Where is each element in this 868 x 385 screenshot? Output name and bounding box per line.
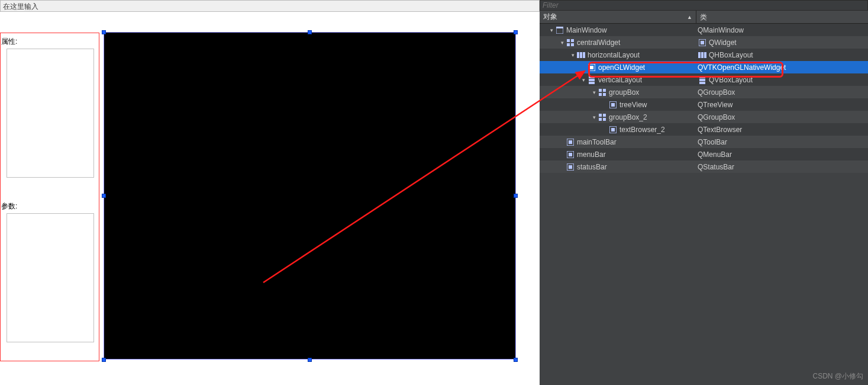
resize-handle-n[interactable]: [308, 30, 312, 34]
hlayout-icon: [698, 51, 707, 59]
tree-row[interactable]: treeViewQTreeView: [540, 98, 868, 111]
svg-rect-27: [611, 103, 615, 107]
svg-rect-8: [577, 52, 579, 58]
svg-rect-20: [699, 79, 705, 81]
tree-row[interactable]: ▾groupBox_2QGroupBox: [540, 111, 868, 123]
svg-rect-39: [569, 165, 572, 169]
widget-icon: [566, 138, 575, 146]
tree-expander-icon[interactable]: ▾: [548, 27, 555, 33]
groupbox-params[interactable]: [7, 213, 94, 342]
class-name: QGroupBox: [698, 113, 735, 121]
tree-cell-class: QTreeView: [696, 101, 868, 109]
svg-rect-2: [567, 39, 570, 42]
svg-rect-30: [599, 118, 602, 121]
opengl-widget[interactable]: [104, 32, 516, 360]
groupbox-params-label: 参数:: [1, 201, 17, 211]
class-name: QMainWindow: [698, 26, 744, 34]
tree-row[interactable]: menuBarQMenuBar: [540, 148, 868, 161]
tree-row[interactable]: ▾horizontalLayoutQHBoxLayout: [540, 49, 868, 61]
tree-cell-class: QGroupBox: [696, 113, 868, 121]
tree-row[interactable]: ▾MainWindowQMainWindow: [540, 24, 868, 36]
class-name: QVBoxLayout: [709, 76, 753, 84]
tree-row[interactable]: textBrowser_2QTextBrowser: [540, 123, 868, 136]
resize-handle-nw[interactable]: [102, 30, 106, 34]
tree-cell-class: QTextBrowser: [696, 126, 868, 134]
svg-rect-4: [567, 43, 570, 46]
tree-cell-class: QHBoxLayout: [696, 51, 868, 59]
svg-rect-35: [569, 140, 572, 144]
svg-rect-25: [603, 93, 606, 96]
tree-cell-object: ▾verticalLayout: [540, 76, 696, 84]
resize-handle-s[interactable]: [308, 358, 312, 362]
header-class[interactable]: 类: [696, 11, 868, 23]
class-name: QHBoxLayout: [709, 51, 753, 59]
tree-expander-icon[interactable]: ▾: [580, 77, 587, 83]
inspector-filter-input[interactable]: [540, 0, 868, 11]
resize-handle-w[interactable]: [102, 194, 106, 198]
object-name: horizontalLayout: [588, 51, 640, 59]
resize-handle-se[interactable]: [514, 358, 518, 362]
tree-row[interactable]: ▾centralWidgetQWidget: [540, 36, 868, 49]
object-name: openGLWidget: [598, 63, 645, 72]
svg-rect-10: [583, 52, 585, 58]
object-name: treeView: [619, 101, 647, 109]
svg-rect-28: [599, 114, 602, 117]
sort-asc-icon: ▲: [687, 14, 692, 20]
object-name: mainToolBar: [577, 138, 617, 146]
svg-rect-7: [701, 41, 704, 44]
object-name: groupBox: [609, 88, 639, 97]
tree-cell-class: QVTKOpenGLNativeWidget: [696, 63, 868, 72]
widget-icon: [608, 126, 618, 134]
class-name: QStatusBar: [698, 163, 734, 171]
widget-icon: [566, 163, 575, 171]
svg-rect-16: [589, 76, 595, 78]
object-name: verticalLayout: [598, 76, 642, 84]
tree-expander-icon[interactable]: ▾: [591, 114, 598, 120]
grid-icon: [598, 88, 607, 97]
resize-handle-e[interactable]: [514, 194, 518, 198]
svg-rect-31: [603, 118, 606, 121]
tree-row[interactable]: mainToolBarQToolBar: [540, 136, 868, 148]
svg-rect-23: [603, 89, 606, 92]
svg-rect-21: [699, 82, 705, 84]
tree-cell-object: ▾groupBox_2: [540, 113, 696, 121]
tree-cell-class: QToolBar: [696, 138, 868, 146]
vlayout-icon: [587, 76, 596, 84]
object-name: MainWindow: [566, 26, 607, 34]
tree-cell-class: QStatusBar: [696, 163, 868, 171]
tree-expander-icon[interactable]: ▾: [559, 40, 566, 46]
watermark: CSDN @小修勾: [812, 371, 863, 381]
widget-icon: [566, 150, 575, 159]
form-designer: 在这里输入 属性: 参数:: [0, 0, 540, 385]
widget-icon: [587, 63, 596, 72]
svg-rect-5: [571, 43, 574, 46]
widget-icon: [608, 101, 618, 109]
tree-row[interactable]: statusBarQStatusBar: [540, 161, 868, 173]
tree-expander-icon[interactable]: ▾: [591, 89, 598, 95]
tree-cell-object: openGLWidget: [540, 63, 696, 72]
svg-rect-17: [589, 79, 595, 81]
widget-icon: [698, 38, 707, 47]
tree-expander-icon[interactable]: ▾: [569, 52, 576, 58]
tree-row[interactable]: openGLWidgetQVTKOpenGLNativeWidget: [540, 61, 868, 73]
header-object-label: 对象: [543, 12, 557, 22]
tree-cell-object: ▾horizontalLayout: [540, 51, 696, 59]
tree-cell-class: QMainWindow: [696, 26, 868, 34]
tree-row[interactable]: ▾verticalLayoutQVBoxLayout: [540, 73, 868, 86]
header-object[interactable]: 对象 ▲: [540, 11, 696, 23]
groupbox-properties[interactable]: [7, 49, 94, 178]
object-name: groupBox_2: [609, 113, 647, 121]
resize-handle-sw[interactable]: [102, 358, 106, 362]
svg-rect-11: [698, 52, 701, 58]
tree-cell-object: ▾groupBox: [540, 88, 696, 97]
grid-icon: [566, 38, 575, 47]
class-name: QWidget: [709, 38, 737, 47]
tree-cell-class: QWidget: [696, 38, 868, 47]
class-name: QGroupBox: [698, 88, 735, 97]
resize-handle-ne[interactable]: [514, 30, 518, 34]
designer-filter-input[interactable]: 在这里输入: [0, 0, 540, 12]
tree-cell-object: statusBar: [540, 163, 696, 171]
tree-row[interactable]: ▾groupBoxQGroupBox: [540, 86, 868, 98]
class-name: QTreeView: [698, 101, 733, 109]
hlayout-icon: [576, 51, 586, 59]
